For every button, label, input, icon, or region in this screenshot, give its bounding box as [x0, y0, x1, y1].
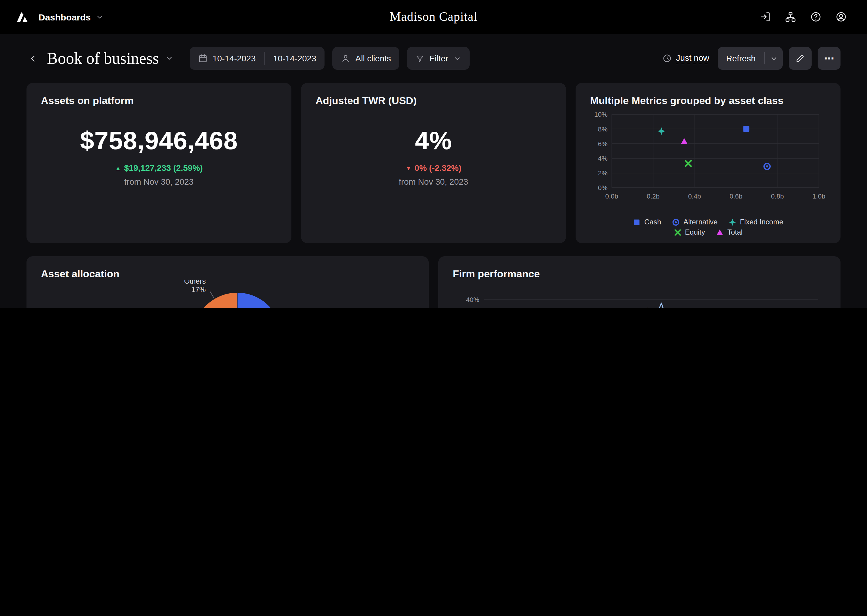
legend-item: Alternative [672, 218, 717, 226]
multiple-metrics-chart-card: Multiple Metrics grouped by asset class … [575, 83, 840, 243]
more-options-button[interactable]: ⋯ [818, 47, 840, 70]
svg-text:17%: 17% [191, 286, 206, 294]
ellipsis-icon: ⋯ [824, 52, 834, 64]
page-content: Book of business 10-14-2023 10-14-2023 [0, 47, 867, 308]
date-end-segment[interactable]: 10-14-2023 [265, 47, 325, 70]
sign-in-icon [759, 11, 771, 23]
dashboard-app: Dashboards Madison Capital [0, 0, 867, 308]
person-icon [341, 53, 351, 63]
chevron-left-icon [28, 53, 38, 63]
svg-text:0.6b: 0.6b [730, 193, 742, 200]
date-end-value: 10-14-2023 [273, 53, 316, 63]
card-title: Multiple Metrics grouped by asset class [590, 95, 826, 107]
square-marker-icon [633, 218, 641, 226]
date-start-segment[interactable]: 10-14-2023 [190, 47, 264, 70]
legend-label: Cash [644, 218, 661, 226]
chevron-down-icon [95, 13, 103, 21]
svg-text:6%: 6% [598, 140, 607, 148]
scatter-legend: CashAlternativeFixed IncomeEquityTotal [590, 218, 826, 236]
assets-on-platform-card: Assets on platform $758,946,468 ▲$19,127… [27, 83, 292, 243]
scatter-legend-row: CashAlternativeFixed Income [633, 218, 783, 226]
pie-chart: Cash & Cash Equivalents45%Alternative6%F… [41, 280, 414, 308]
clock-icon [662, 53, 672, 63]
calendar-icon [198, 53, 208, 63]
assets-delta: ▲$19,127,233 (2.59%) [41, 163, 277, 173]
legend-label: Fixed Income [740, 218, 783, 226]
svg-text:Others: Others [184, 280, 206, 285]
legend-label: Equity [685, 228, 705, 236]
svg-text:0.2b: 0.2b [646, 193, 660, 200]
asset-allocation-card: Asset allocation Cash & Cash Equivalents… [27, 256, 429, 308]
refresh-split-button[interactable]: Refresh [718, 47, 783, 70]
app-logo-icon[interactable] [16, 10, 29, 24]
page-header: Book of business 10-14-2023 10-14-2023 [27, 47, 840, 70]
date-range-picker[interactable]: 10-14-2023 10-14-2023 [190, 47, 325, 70]
svg-text:0.0b: 0.0b [605, 193, 618, 200]
pencil-icon [795, 53, 805, 63]
svg-text:0.4b: 0.4b [688, 193, 701, 200]
twr-since: from Nov 30, 2023 [315, 177, 552, 187]
svg-text:8%: 8% [598, 126, 607, 133]
svg-text:0.8b: 0.8b [771, 193, 784, 200]
chevron-down-icon [165, 54, 173, 63]
triangle-marker-icon [716, 228, 724, 236]
question-circle-icon [810, 11, 822, 23]
legend-item: Cash [633, 218, 661, 226]
svg-text:4%: 4% [598, 155, 607, 162]
scatter-chart: 0.0b0.2b0.4b0.6b0.8b1.0b0%2%4%6%8%10% [590, 111, 826, 214]
back-button[interactable] [27, 52, 39, 64]
triangle-down-icon: ▼ [405, 165, 411, 171]
svg-text:40%: 40% [466, 296, 479, 303]
twr-value: 4% [315, 126, 552, 155]
clients-filter-button[interactable]: All clients [333, 47, 399, 70]
dashboard-title-text: Book of business [47, 49, 159, 68]
refresh-button[interactable]: Refresh [718, 53, 764, 63]
help-button[interactable] [806, 6, 826, 27]
legend-item: Fixed Income [728, 218, 783, 226]
dashboard-title[interactable]: Book of business [47, 49, 173, 68]
legend-label: Total [727, 228, 742, 236]
dashboards-menu-button[interactable]: Dashboards [39, 12, 103, 22]
export-view-button[interactable] [755, 6, 776, 27]
workflows-button[interactable] [780, 6, 801, 27]
triangle-up-icon: ▲ [115, 165, 121, 171]
firm-performance-card: Firm performance 40%30%20%10%0%(10%)(20%… [438, 256, 840, 308]
scatter-legend-row: EquityTotal [673, 228, 742, 236]
top-bar: Dashboards Madison Capital [0, 0, 867, 34]
card-title: Adjusted TWR (USD) [315, 95, 552, 107]
funnel-icon [416, 54, 425, 63]
twr-delta: ▼0% (-2.32%) [315, 163, 552, 173]
assets-since: from Nov 30, 2023 [41, 177, 277, 187]
twr-delta-text: 0% (-2.32%) [415, 163, 462, 173]
star-marker-icon [728, 218, 736, 226]
card-title: Asset allocation [41, 268, 414, 280]
account-button[interactable] [831, 6, 851, 27]
assets-value: $758,946,468 [41, 126, 277, 155]
svg-text:0%: 0% [598, 184, 607, 192]
filter-label: Filter [430, 53, 448, 63]
dashboards-label: Dashboards [39, 12, 91, 22]
refresh-options-button[interactable] [765, 47, 783, 70]
line-chart: 40%30%20%10%0%(10%)(20%) [453, 295, 824, 308]
card-title: Firm performance [453, 268, 826, 280]
svg-text:1.0b: 1.0b [812, 193, 826, 200]
svg-text:10%: 10% [594, 111, 607, 118]
clients-label: All clients [356, 53, 391, 63]
card-title: Assets on platform [41, 95, 277, 107]
last-updated-text[interactable]: Just now [676, 53, 709, 64]
svg-text:2%: 2% [598, 169, 607, 177]
date-start-value: 10-14-2023 [213, 53, 255, 63]
edit-dashboard-button[interactable] [789, 47, 812, 70]
assets-delta-text: $19,127,233 (2.59%) [124, 163, 203, 173]
adjusted-twr-card: Adjusted TWR (USD) 4% ▼0% (-2.32%) from … [301, 83, 566, 243]
sitemap-icon [785, 11, 796, 23]
legend-item: Total [716, 228, 742, 236]
filter-button[interactable]: Filter [407, 47, 469, 70]
chevron-down-icon [453, 55, 461, 62]
brand-title: Madison Capital [389, 9, 477, 24]
last-updated: Just now [662, 53, 709, 64]
legend-label: Alternative [683, 218, 717, 226]
ring-marker-icon [672, 218, 680, 226]
x-marker-icon [673, 228, 681, 236]
legend-item: Equity [673, 228, 705, 236]
